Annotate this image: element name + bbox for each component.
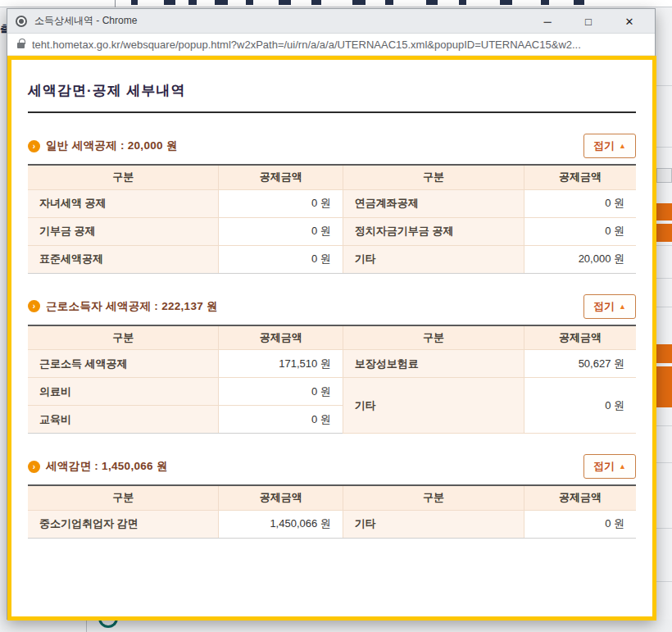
table-header-row: 구분 공제금액 구분 공제금액 bbox=[28, 485, 636, 510]
general-tax-credit-table: 구분 공제금액 구분 공제금액 자녀세액 공제 0 원 연금계좌공제 0 원 bbox=[28, 164, 636, 274]
collapse-arrow-icon: ▲ bbox=[619, 462, 626, 471]
table-header-row: 구분 공제금액 구분 공제금액 bbox=[28, 165, 636, 189]
table-row: 의료비 0 원 기타 0 원 bbox=[28, 378, 636, 406]
col-header: 공제금액 bbox=[219, 325, 343, 350]
row-value: 0 원 bbox=[524, 510, 636, 538]
section-general-tax-credit: › 일반 세액공제 : 20,000 원 접기 ▲ 구분 공제금액 구분 공제금… bbox=[28, 134, 636, 274]
row-label: 기부금 공제 bbox=[28, 217, 219, 245]
col-header: 구분 bbox=[28, 485, 219, 510]
background-orange-block bbox=[656, 344, 672, 363]
row-value: 0 원 bbox=[219, 378, 343, 406]
row-label: 정치자금기부금 공제 bbox=[343, 217, 524, 245]
table-row: 중소기업취업자 감면 1,450,066 원 기타 0 원 bbox=[28, 510, 636, 538]
background-page-bottom-strip bbox=[0, 620, 672, 632]
address-bar[interactable]: teht.hometax.go.kr/websquare/popup.html?… bbox=[7, 34, 655, 56]
collapse-arrow-icon: ▲ bbox=[619, 302, 626, 311]
row-value: 0 원 bbox=[219, 217, 343, 245]
row-label: 기타 bbox=[343, 378, 524, 434]
section-title: 세액감면 : 1,450,066 원 bbox=[46, 459, 168, 474]
col-header: 공제금액 bbox=[524, 165, 636, 189]
section-title: 일반 세액공제 : 20,000 원 bbox=[46, 139, 178, 153]
collapse-button[interactable]: 접기 ▲ bbox=[583, 454, 636, 479]
minimize-button[interactable]: ─ bbox=[527, 9, 568, 34]
row-label: 연금계좌공제 bbox=[343, 189, 524, 217]
background-text-fragment: 출 bbox=[0, 23, 7, 35]
col-header: 구분 bbox=[343, 165, 524, 189]
popup-window: 소득상세내역 - Chrome ─ □ ✕ teht.hometax.go.kr… bbox=[7, 8, 656, 620]
background-orange-block bbox=[656, 366, 672, 407]
background-button-fragment bbox=[656, 168, 672, 183]
row-label: 중소기업취업자 감면 bbox=[28, 510, 219, 538]
background-page-top-strip bbox=[0, 0, 672, 7]
chrome-icon bbox=[16, 16, 27, 27]
tax-reduction-table: 구분 공제금액 구분 공제금액 중소기업취업자 감면 1,450,066 원 기… bbox=[28, 484, 636, 539]
section-bullet-icon: › bbox=[28, 140, 40, 152]
col-header: 공제금액 bbox=[524, 485, 636, 510]
collapse-label: 접기 bbox=[593, 299, 615, 314]
collapse-label: 접기 bbox=[593, 459, 615, 474]
row-label: 기타 bbox=[343, 245, 524, 273]
section-title: 근로소득자 세액공제 : 222,137 원 bbox=[46, 299, 218, 314]
collapse-label: 접기 bbox=[593, 139, 615, 153]
page-title: 세액감면·공제 세부내역 bbox=[28, 81, 636, 100]
collapse-button[interactable]: 접기 ▲ bbox=[583, 134, 636, 158]
table-row: 자녀세액 공제 0 원 연금계좌공제 0 원 bbox=[28, 189, 636, 217]
section-earned-income-tax-credit: › 근로소득자 세액공제 : 222,137 원 접기 ▲ 구분 공제금액 구분… bbox=[28, 294, 636, 434]
row-label: 보장성보험료 bbox=[343, 350, 524, 378]
col-header: 구분 bbox=[28, 165, 219, 189]
col-header: 구분 bbox=[343, 485, 524, 510]
table-header-row: 구분 공제금액 구분 공제금액 bbox=[28, 325, 636, 350]
earned-income-tax-credit-table: 구분 공제금액 구분 공제금액 근로소득 세액공제 171,510 원 보장성보… bbox=[28, 325, 636, 434]
col-header: 구분 bbox=[343, 325, 524, 350]
collapse-arrow-icon: ▲ bbox=[619, 142, 626, 150]
window-title: 소득상세내역 - Chrome bbox=[34, 14, 137, 28]
row-value: 0 원 bbox=[219, 245, 343, 273]
lock-icon bbox=[17, 43, 25, 48]
row-label: 표준세액공제 bbox=[28, 245, 219, 273]
table-row: 근로소득 세액공제 171,510 원 보장성보험료 50,627 원 bbox=[28, 350, 636, 378]
collapse-button[interactable]: 접기 ▲ bbox=[583, 294, 636, 319]
background-orange-block bbox=[656, 224, 672, 242]
row-value: 171,510 원 bbox=[219, 350, 343, 378]
row-label: 자녀세액 공제 bbox=[28, 189, 219, 217]
row-label: 근로소득 세액공제 bbox=[28, 350, 219, 378]
section-bullet-icon: › bbox=[28, 300, 40, 312]
section-bullet-icon: › bbox=[28, 461, 40, 473]
row-value: 0 원 bbox=[524, 217, 636, 245]
row-value: 1,450,066 원 bbox=[219, 510, 343, 538]
row-value: 50,627 원 bbox=[524, 350, 636, 378]
col-header: 공제금액 bbox=[524, 325, 636, 350]
close-window-button[interactable]: ✕ bbox=[609, 9, 650, 34]
maximize-button[interactable]: □ bbox=[568, 9, 609, 34]
col-header: 구분 bbox=[28, 325, 219, 350]
window-controls-group: ─ □ ✕ bbox=[527, 9, 650, 34]
close-button[interactable]: 닫기 bbox=[308, 621, 356, 621]
row-label: 교육비 bbox=[28, 406, 219, 434]
row-value: 0 원 bbox=[524, 378, 636, 434]
table-row: 기부금 공제 0 원 정치자금기부금 공제 0 원 bbox=[28, 217, 636, 245]
background-orange-block bbox=[656, 203, 672, 221]
background-page-right-strip bbox=[656, 7, 672, 632]
col-header: 공제금액 bbox=[219, 165, 343, 189]
url-text: teht.hometax.go.kr/websquare/popup.html?… bbox=[32, 39, 581, 51]
title-divider bbox=[28, 111, 636, 113]
table-row: 표준세액공제 0 원 기타 20,000 원 bbox=[28, 245, 636, 273]
col-header: 공제금액 bbox=[219, 485, 343, 510]
row-value: 0 원 bbox=[524, 189, 636, 217]
popup-highlight-frame: 세액감면·공제 세부내역 › 일반 세액공제 : 20,000 원 접기 ▲ bbox=[7, 56, 656, 621]
row-label: 기타 bbox=[343, 510, 524, 538]
row-value: 0 원 bbox=[219, 406, 343, 434]
row-value: 0 원 bbox=[219, 189, 343, 217]
row-label: 의료비 bbox=[28, 378, 219, 406]
row-value: 20,000 원 bbox=[524, 245, 636, 273]
section-tax-reduction: › 세액감면 : 1,450,066 원 접기 ▲ 구분 공제금액 구분 공제금… bbox=[28, 454, 636, 539]
